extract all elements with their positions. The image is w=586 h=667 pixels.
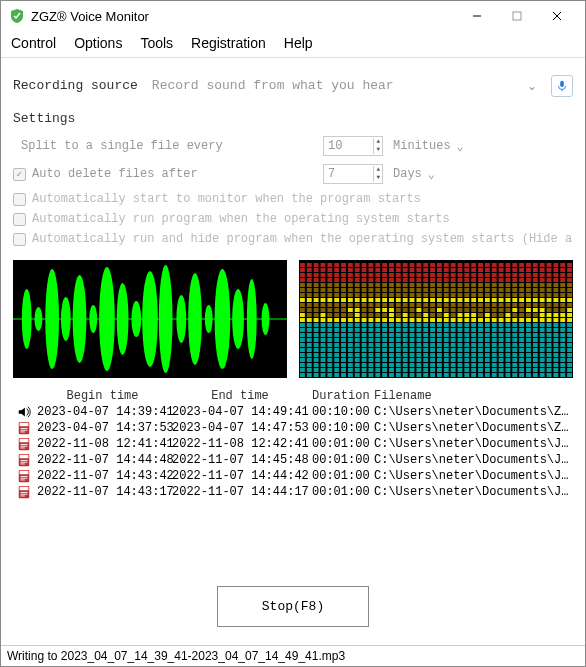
svg-rect-964 xyxy=(21,480,25,481)
svg-rect-943 xyxy=(567,268,572,272)
svg-rect-110 xyxy=(321,293,326,297)
spinner-down-icon[interactable]: ▼ xyxy=(373,174,382,182)
svg-rect-241 xyxy=(362,328,367,332)
svg-rect-939 xyxy=(567,288,572,292)
recording-source-select[interactable]: Record sound from what you hear xyxy=(146,74,519,97)
svg-rect-471 xyxy=(430,328,435,332)
svg-rect-435 xyxy=(416,278,421,282)
svg-rect-833 xyxy=(540,358,545,362)
maximize-button[interactable] xyxy=(497,2,537,30)
menu-control[interactable]: Control xyxy=(11,35,56,51)
close-button[interactable] xyxy=(537,2,577,30)
table-row[interactable]: 2023-04-07 14:39:412023-04-07 14:49:4100… xyxy=(13,404,573,420)
menu-options[interactable]: Options xyxy=(74,35,122,51)
svg-rect-700 xyxy=(499,333,504,337)
svg-rect-50 xyxy=(307,363,312,367)
table-row[interactable]: 2022-11-07 14:43:172022-11-07 14:44:1700… xyxy=(13,484,573,500)
svg-rect-496 xyxy=(437,318,442,322)
autorun-hide-checkbox[interactable] xyxy=(13,233,26,246)
spinner-up-icon[interactable]: ▲ xyxy=(373,138,382,146)
svg-rect-541 xyxy=(451,323,456,327)
svg-rect-359 xyxy=(396,313,401,317)
table-row[interactable]: 2022-11-07 14:43:422022-11-07 14:44:4200… xyxy=(13,468,573,484)
svg-rect-99 xyxy=(321,348,326,352)
svg-rect-886 xyxy=(553,323,558,327)
svg-rect-252 xyxy=(362,273,367,277)
table-row[interactable]: 2023-04-07 14:37:532023-04-07 14:47:5300… xyxy=(13,420,573,436)
svg-point-22 xyxy=(232,289,244,349)
svg-rect-917 xyxy=(560,283,565,287)
svg-rect-893 xyxy=(553,288,558,292)
menu-help[interactable]: Help xyxy=(284,35,313,51)
svg-rect-677 xyxy=(492,333,497,337)
svg-rect-364 xyxy=(396,288,401,292)
svg-rect-725 xyxy=(505,323,510,327)
svg-rect-779 xyxy=(519,283,524,287)
svg-rect-164 xyxy=(341,368,346,372)
svg-rect-95 xyxy=(321,368,326,372)
svg-rect-505 xyxy=(437,273,442,277)
autodelete-unit-select[interactable]: Days⌄ xyxy=(393,167,473,182)
svg-rect-540 xyxy=(451,328,456,332)
svg-rect-425 xyxy=(416,328,421,332)
svg-rect-389 xyxy=(403,278,408,282)
svg-rect-512 xyxy=(444,353,449,357)
split-unit-select[interactable]: Minitues⌄ xyxy=(393,139,473,154)
svg-rect-576 xyxy=(458,263,463,267)
svg-rect-272 xyxy=(368,288,373,292)
svg-rect-744 xyxy=(512,343,517,347)
stop-button[interactable]: Stop(F8) xyxy=(217,586,369,627)
svg-rect-495 xyxy=(437,323,442,327)
svg-rect-125 xyxy=(327,333,332,337)
svg-rect-62 xyxy=(307,303,312,307)
svg-rect-866 xyxy=(547,308,552,312)
split-value-spinner[interactable]: 10 ▲▼ xyxy=(323,136,383,156)
svg-rect-171 xyxy=(341,333,346,337)
svg-rect-111 xyxy=(321,288,326,292)
svg-rect-670 xyxy=(492,368,497,372)
svg-rect-147 xyxy=(334,338,339,342)
svg-rect-916 xyxy=(560,288,565,292)
spinner-down-icon[interactable]: ▼ xyxy=(373,146,382,154)
svg-rect-722 xyxy=(505,338,510,342)
autostart-monitor-checkbox[interactable] xyxy=(13,193,26,206)
svg-rect-897 xyxy=(553,268,558,272)
svg-rect-240 xyxy=(362,333,367,337)
svg-rect-66 xyxy=(307,283,312,287)
device-settings-button[interactable] xyxy=(551,75,573,97)
svg-rect-306 xyxy=(382,348,387,352)
svg-rect-205 xyxy=(348,278,353,282)
svg-rect-672 xyxy=(492,358,497,362)
table-row[interactable]: 2022-11-08 12:41:412022-11-08 12:42:4100… xyxy=(13,436,573,452)
svg-rect-41 xyxy=(300,293,305,297)
svg-rect-841 xyxy=(540,318,545,322)
cell-dur: 00:10:00 xyxy=(310,404,372,420)
svg-rect-263 xyxy=(368,333,373,337)
svg-rect-932 xyxy=(567,323,572,327)
autodelete-value-spinner[interactable]: 7 ▲▼ xyxy=(323,164,383,184)
svg-rect-549 xyxy=(451,283,456,287)
svg-rect-443 xyxy=(423,353,428,357)
table-row[interactable]: 2022-11-07 14:44:482022-11-07 14:45:4800… xyxy=(13,452,573,468)
menu-tools[interactable]: Tools xyxy=(140,35,173,51)
svg-rect-239 xyxy=(362,338,367,342)
spinner-up-icon[interactable]: ▲ xyxy=(373,166,382,174)
svg-rect-31 xyxy=(300,343,305,347)
svg-rect-426 xyxy=(416,323,421,327)
svg-rect-938 xyxy=(567,293,572,297)
svg-rect-818 xyxy=(533,318,538,322)
svg-rect-428 xyxy=(416,313,421,317)
svg-rect-697 xyxy=(499,348,504,352)
svg-rect-835 xyxy=(540,348,545,352)
menu-registration[interactable]: Registration xyxy=(191,35,266,51)
svg-rect-280 xyxy=(375,363,380,367)
svg-rect-781 xyxy=(519,273,524,277)
autorun-os-checkbox[interactable] xyxy=(13,213,26,226)
minimize-button[interactable] xyxy=(457,2,497,30)
recordings-table: Begin time End time Duration Filename 20… xyxy=(13,388,573,568)
autodelete-checkbox[interactable] xyxy=(13,168,26,181)
svg-rect-844 xyxy=(540,303,545,307)
svg-rect-559 xyxy=(458,348,463,352)
svg-rect-580 xyxy=(464,358,469,362)
svg-point-10 xyxy=(61,297,71,341)
